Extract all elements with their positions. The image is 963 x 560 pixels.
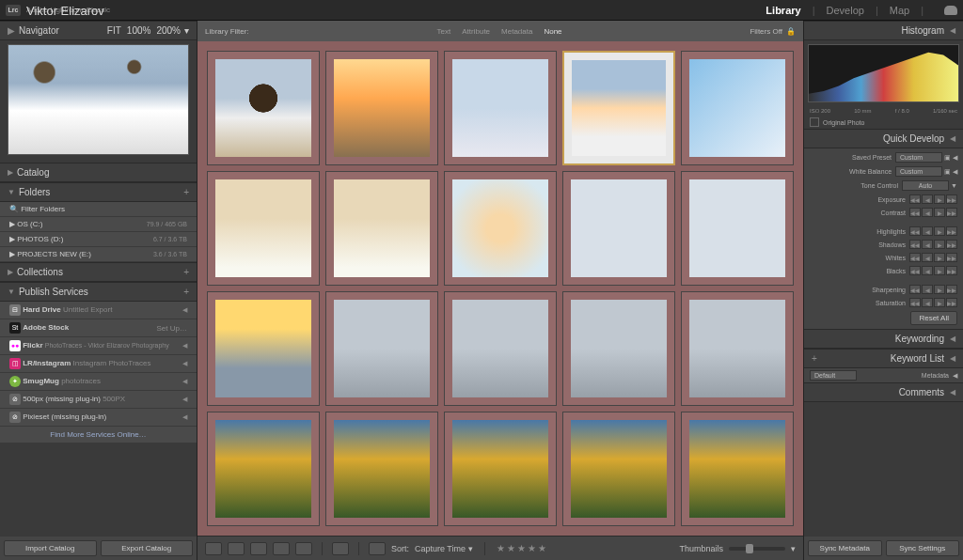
filter-folders-row[interactable]: 🔍 Filter Folders (0, 202, 197, 217)
toolbar-menu-icon[interactable]: ▾ (791, 544, 796, 553)
thumb-14[interactable] (562, 291, 675, 406)
zoom-100[interactable]: 100% (127, 25, 151, 36)
loupe-view-icon[interactable] (228, 542, 245, 555)
thumb-18[interactable] (444, 412, 557, 526)
thumb-3[interactable] (444, 51, 557, 165)
module-library[interactable]: Library (766, 5, 800, 16)
cloud-sync-icon[interactable] (944, 6, 957, 15)
folders-header[interactable]: ▼Folders + (0, 182, 197, 202)
navigator-header[interactable]: ▶ Navigator FIT 100% 200% ▾ (0, 21, 197, 40)
quickdevelop-header[interactable]: Quick Develop◀ (804, 129, 963, 148)
quickdevelop-title: Quick Develop (883, 133, 944, 144)
thumb-13[interactable] (444, 291, 557, 406)
thumb-5[interactable] (681, 51, 794, 165)
import-catalog-button[interactable]: Import Catalog (4, 540, 97, 556)
filter-text[interactable]: Text (437, 27, 451, 36)
thumb-17[interactable] (325, 412, 438, 526)
filter-lock-icon[interactable]: 🔒 (786, 27, 796, 36)
thumb-19[interactable] (562, 412, 675, 526)
whites-control[interactable]: ◀◀◀▶▶▶ (909, 253, 957, 262)
thumb-4-selected[interactable] (562, 51, 675, 165)
thumb-16[interactable] (207, 412, 320, 526)
histogram-chart[interactable] (808, 44, 959, 102)
zoom-fit[interactable]: FIT (107, 25, 121, 36)
drive-projects[interactable]: ▶ PROJECTS NEW (E:)3.6 / 3.6 TB (0, 247, 197, 262)
publish-smugmug[interactable]: ✦ SmugMug phototraces◀ (0, 373, 197, 391)
add-folder-icon[interactable]: + (183, 187, 189, 197)
export-catalog-button[interactable]: Export Catalog (101, 540, 194, 556)
sort-by[interactable]: Capture Time ▾ (415, 544, 473, 553)
thumbnail-size-slider[interactable] (729, 547, 785, 551)
white-balance-select[interactable]: Custom (895, 166, 942, 177)
thumb-12[interactable] (325, 291, 438, 406)
whites-label: Whites (810, 255, 906, 261)
module-develop[interactable]: Develop (827, 5, 864, 16)
filter-attribute[interactable]: Attribute (462, 27, 490, 36)
metadata-preset-select[interactable]: Default (810, 370, 857, 381)
rating-stars[interactable]: ★★★★★ (497, 543, 548, 553)
publish-title: Publish Services (19, 287, 183, 297)
original-photo-checkbox[interactable] (810, 117, 819, 127)
catalog-header[interactable]: ▶Catalog (0, 163, 197, 182)
navigator-title: Navigator (19, 25, 107, 36)
sync-settings-button[interactable]: Sync Settings (886, 540, 960, 556)
keywording-header[interactable]: Keywording◀ (804, 329, 963, 349)
publish-flickr[interactable]: ●● Flickr PhotoTraces - Viktor Elizarov … (0, 337, 197, 355)
thumb-2[interactable] (325, 51, 438, 165)
zoom-menu[interactable]: ▾ (184, 25, 189, 36)
module-map[interactable]: Map (890, 5, 909, 16)
contrast-control[interactable]: ◀◀◀▶▶▶ (909, 208, 957, 217)
painter-icon[interactable] (332, 542, 349, 555)
highlights-label: Highlights (810, 228, 906, 235)
people-view-icon[interactable] (295, 542, 312, 555)
metadata-title[interactable]: Metadata (922, 372, 949, 379)
exposure-control[interactable]: ◀◀◀▶▶▶ (909, 194, 957, 204)
shadows-control[interactable]: ◀◀◀▶▶▶ (909, 240, 957, 249)
histogram-header[interactable]: Histogram◀ (804, 21, 963, 40)
thumb-10[interactable] (681, 171, 794, 286)
thumb-7[interactable] (325, 171, 438, 286)
comments-header[interactable]: Comments◀ (804, 382, 963, 402)
sort-label: Sort: (391, 544, 409, 553)
grid-view-icon[interactable] (205, 542, 222, 555)
blacks-control[interactable]: ◀◀◀▶▶▶ (909, 266, 957, 275)
thumb-11[interactable] (207, 291, 320, 406)
thumb-20[interactable] (681, 412, 794, 526)
publish-harddrive[interactable]: ⊟ Hard Drive Untitled Export◀ (0, 302, 197, 319)
zoom-200[interactable]: 200% (156, 25, 181, 36)
thumb-15[interactable] (681, 291, 794, 406)
keywordlist-header[interactable]: +Keyword List◀ (804, 349, 963, 368)
publish-pixieset[interactable]: ⊘ Pixieset (missing plug-in)◀ (0, 409, 197, 427)
thumb-9[interactable] (562, 171, 675, 286)
collections-header[interactable]: ▶Collections+ (0, 262, 197, 282)
filters-off[interactable]: Filters Off (750, 27, 782, 36)
find-more-services[interactable]: Find More Services Online… (0, 427, 197, 443)
navigator-preview[interactable] (8, 44, 189, 155)
publish-instagram[interactable]: ◫ LR/Instagram Instagram PhotoTraces◀ (0, 355, 197, 373)
highlights-control[interactable]: ◀◀◀▶▶▶ (909, 226, 957, 236)
thumb-1[interactable] (207, 51, 320, 165)
thumbnail-grid[interactable] (197, 41, 803, 536)
reset-all-button[interactable]: Reset All (910, 311, 957, 325)
app-logo: Lrc (6, 5, 21, 16)
filter-metadata[interactable]: Metadata (501, 27, 532, 36)
saturation-control[interactable]: ◀◀◀▶▶▶ (909, 298, 957, 307)
publish-header[interactable]: ▼Publish Services+ (0, 282, 197, 302)
filter-none[interactable]: None (544, 27, 561, 36)
publish-500px[interactable]: ⊘ 500px (missing plug-in) 500PX◀ (0, 391, 197, 409)
drive-photos[interactable]: ▶ PHOTOS (D:)6.7 / 3.6 TB (0, 232, 197, 247)
auto-tone-button[interactable]: Auto (902, 180, 949, 191)
survey-view-icon[interactable] (273, 542, 290, 555)
thumb-6[interactable] (207, 171, 320, 286)
sort-direction-icon[interactable] (369, 542, 386, 555)
histogram-title: Histogram (901, 25, 944, 36)
saved-preset-label: Saved Preset (810, 154, 892, 161)
saved-preset-select[interactable]: Custom (895, 152, 942, 163)
publish-adobestock[interactable]: St Adobe StockSet Up… (0, 319, 197, 337)
compare-view-icon[interactable] (250, 542, 267, 555)
drive-os[interactable]: ▶ OS (C:)79.9 / 465 GB (0, 217, 197, 232)
sharpening-control[interactable]: ◀◀◀▶▶▶ (909, 285, 957, 294)
sync-metadata-button[interactable]: Sync Metadata (808, 540, 882, 556)
thumb-8[interactable] (444, 171, 557, 286)
catalog-title: Catalog (17, 167, 189, 178)
